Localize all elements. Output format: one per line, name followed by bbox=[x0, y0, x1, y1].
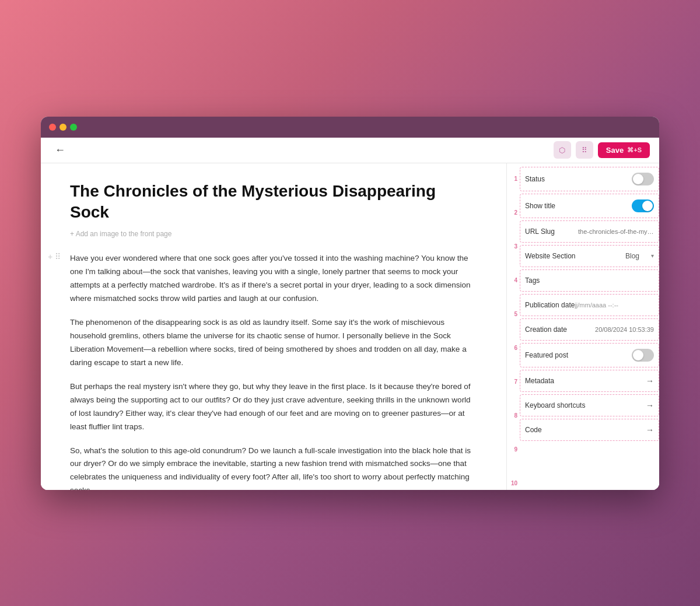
save-button[interactable]: Save ⌘+S bbox=[598, 142, 650, 158]
url-slug-value[interactable]: the-chronicles-of-the-myster bbox=[578, 228, 654, 235]
row-num-10: 10 bbox=[507, 480, 520, 486]
sidebar-row-metadata[interactable]: Metadata → bbox=[520, 370, 659, 392]
paragraph-wrapper-3: But perhaps the real mystery isn't where… bbox=[70, 380, 477, 434]
status-label: Status bbox=[525, 175, 545, 183]
sidebar-row-tags: Tags bbox=[520, 269, 659, 292]
grid-icon: ⠿ bbox=[582, 146, 587, 155]
dot-red bbox=[49, 124, 56, 131]
keyboard-shortcuts-label: Keyboard shortcuts bbox=[525, 401, 585, 409]
paragraph-4[interactable]: So, what's the solution to this age-old … bbox=[70, 444, 477, 490]
row-num-7: 7 bbox=[507, 379, 520, 385]
keyboard-shortcuts-arrow-icon[interactable]: → bbox=[646, 401, 654, 410]
app-content: ← ⬡ ⠿ Save ⌘+S The Chronicles of the Mys… bbox=[41, 138, 659, 490]
sidebar-row-code[interactable]: Code → bbox=[520, 419, 659, 441]
status-toggle[interactable] bbox=[632, 173, 654, 185]
publication-date-input[interactable] bbox=[575, 302, 655, 309]
metadata-arrow-icon[interactable]: → bbox=[646, 376, 654, 386]
code-arrow-icon[interactable]: → bbox=[646, 425, 654, 435]
website-section-label: Website Section bbox=[525, 252, 576, 260]
metadata-label: Metadata bbox=[525, 377, 554, 385]
website-section-select[interactable]: Blog News Tutorial bbox=[625, 252, 649, 260]
sidebar-row-status: Status bbox=[520, 167, 659, 191]
show-title-toggle-knob bbox=[642, 201, 653, 211]
row-num-1: 1 bbox=[507, 176, 520, 182]
browser-window: ← ⬡ ⠿ Save ⌘+S The Chronicles of the Mys… bbox=[41, 117, 659, 490]
status-toggle-knob bbox=[633, 174, 643, 184]
add-image-hint[interactable]: + Add an image to the front page bbox=[70, 230, 477, 238]
featured-post-toggle-knob bbox=[633, 350, 643, 360]
editor-area[interactable]: The Chronicles of the Mysterious Disappe… bbox=[41, 163, 506, 490]
external-link-icon: ⬡ bbox=[559, 146, 565, 155]
show-title-toggle[interactable] bbox=[632, 199, 654, 212]
creation-date-label: Creation date bbox=[525, 325, 567, 334]
sidebar-row-keyboard-shortcuts[interactable]: Keyboard shortcuts → bbox=[520, 394, 659, 416]
row-num-6: 6 bbox=[507, 345, 520, 351]
grid-button[interactable]: ⠿ bbox=[576, 141, 593, 159]
sidebar-row-publication-date: Publication date bbox=[520, 294, 659, 316]
toolbar-right: ⬡ ⠿ Save ⌘+S bbox=[554, 141, 650, 159]
chevron-down-icon: ▾ bbox=[651, 253, 654, 259]
tags-input[interactable] bbox=[540, 277, 654, 284]
featured-post-toggle[interactable] bbox=[632, 349, 654, 362]
main-area: The Chronicles of the Mysterious Disappe… bbox=[41, 163, 659, 490]
browser-titlebar bbox=[41, 117, 659, 138]
plus-icon[interactable]: + bbox=[48, 252, 52, 261]
external-link-button[interactable]: ⬡ bbox=[554, 141, 571, 159]
show-title-label: Show title bbox=[525, 202, 555, 210]
rows-col: Status Show title bbox=[520, 167, 659, 490]
row-num-9: 9 bbox=[507, 446, 520, 453]
paragraph-wrapper-4: So, what's the solution to this age-old … bbox=[70, 444, 477, 490]
sidebar-row-website-section: Website Section Blog News Tutorial ▾ bbox=[520, 245, 659, 267]
tags-label: Tags bbox=[525, 276, 540, 285]
dot-green bbox=[70, 124, 77, 131]
dot-yellow bbox=[60, 124, 66, 131]
paragraph-wrapper-1: + ⠿ Have you ever wondered where that on… bbox=[70, 252, 477, 306]
paragraph-tools-1: + ⠿ bbox=[48, 252, 61, 261]
row-num-2: 2 bbox=[507, 209, 520, 216]
publication-date-label: Publication date bbox=[525, 301, 575, 309]
numbered-sidebar: 1 2 3 4 5 6 7 8 9 10 11 bbox=[507, 167, 659, 490]
paragraph-1[interactable]: Have you ever wondered where that one so… bbox=[70, 252, 477, 306]
back-button[interactable]: ← bbox=[50, 142, 70, 159]
toolbar-left: ← bbox=[50, 142, 70, 159]
website-section-select-wrapper: Blog News Tutorial ▾ bbox=[625, 252, 654, 260]
sidebar-row-url-slug: URL Slug the-chronicles-of-the-myster bbox=[520, 220, 659, 243]
paragraph-2[interactable]: The phenomenon of the disappearing sock … bbox=[70, 316, 477, 370]
drag-icon[interactable]: ⠿ bbox=[55, 252, 61, 261]
paragraph-wrapper-2: The phenomenon of the disappearing sock … bbox=[70, 316, 477, 370]
featured-post-label: Featured post bbox=[525, 351, 568, 359]
sidebar-row-creation-date: Creation date 20/08/2024 10:53:39 bbox=[520, 318, 659, 341]
save-label: Save bbox=[606, 146, 624, 155]
creation-date-value: 20/08/2024 10:53:39 bbox=[595, 326, 654, 333]
paragraph-3[interactable]: But perhaps the real mystery isn't where… bbox=[70, 380, 477, 434]
save-shortcut: ⌘+S bbox=[627, 146, 642, 154]
row-num-5: 5 bbox=[507, 311, 520, 317]
code-label: Code bbox=[525, 426, 542, 434]
numbers-col: 1 2 3 4 5 6 7 8 9 10 11 bbox=[507, 167, 520, 490]
sidebar: 1 2 3 4 5 6 7 8 9 10 11 bbox=[506, 163, 659, 490]
article-title[interactable]: The Chronicles of the Mysterious Disappe… bbox=[70, 181, 477, 223]
sidebar-row-show-title: Show title bbox=[520, 194, 659, 218]
row-num-3: 3 bbox=[507, 243, 520, 250]
row-num-8: 8 bbox=[507, 412, 520, 419]
row-num-4: 4 bbox=[507, 277, 520, 283]
sidebar-row-featured-post: Featured post bbox=[520, 343, 659, 367]
app-toolbar: ← ⬡ ⠿ Save ⌘+S bbox=[41, 138, 659, 163]
url-slug-label: URL Slug bbox=[525, 227, 555, 236]
